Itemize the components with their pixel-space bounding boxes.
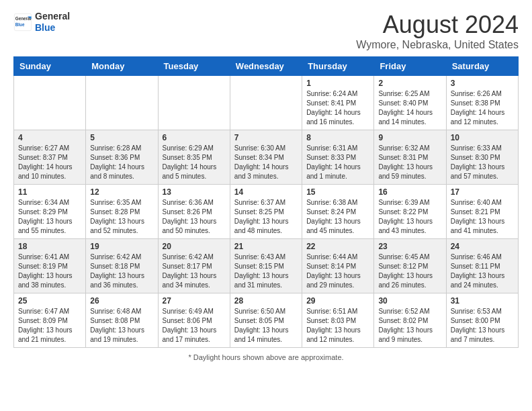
calendar-day-header: Tuesday [158,57,230,76]
day-info: Sunrise: 6:52 AM Sunset: 8:02 PM Dayligh… [378,307,441,345]
svg-text:Blue: Blue [15,21,25,26]
day-info: Sunrise: 6:50 AM Sunset: 8:05 PM Dayligh… [234,307,298,345]
day-info: Sunrise: 6:45 AM Sunset: 8:12 PM Dayligh… [378,253,441,290]
day-number: 2 [378,79,441,88]
calendar-day-header: Monday [86,57,158,76]
day-info: Sunrise: 6:51 AM Sunset: 8:03 PM Dayligh… [306,307,369,345]
calendar-cell: 17Sunrise: 6:40 AM Sunset: 8:21 PM Dayli… [446,185,518,239]
day-number: 17 [451,187,514,197]
day-number: 1 [306,79,369,88]
day-number: 6 [163,133,226,142]
day-info: Sunrise: 6:43 AM Sunset: 8:15 PM Dayligh… [234,253,298,290]
calendar-week-row: 18Sunrise: 6:41 AM Sunset: 8:19 PM Dayli… [14,239,519,293]
day-info: Sunrise: 6:25 AM Sunset: 8:40 PM Dayligh… [378,89,441,127]
day-info: Sunrise: 6:49 AM Sunset: 8:06 PM Dayligh… [163,307,226,345]
calendar-cell: 15Sunrise: 6:38 AM Sunset: 8:24 PM Dayli… [302,185,374,239]
day-info: Sunrise: 6:41 AM Sunset: 8:19 PM Dayligh… [18,253,81,290]
logo-general-text: General [35,11,70,22]
day-number: 27 [163,296,226,306]
calendar-week-row: 1Sunrise: 6:24 AM Sunset: 8:41 PM Daylig… [14,76,519,130]
day-info: Sunrise: 6:48 AM Sunset: 8:08 PM Dayligh… [90,307,153,345]
calendar-cell: 29Sunrise: 6:51 AM Sunset: 8:03 PM Dayli… [302,293,374,348]
calendar-day-header: Saturday [446,57,518,76]
day-number: 11 [18,187,81,197]
calendar-cell: 6Sunrise: 6:29 AM Sunset: 8:35 PM Daylig… [158,130,230,185]
calendar-week-row: 11Sunrise: 6:34 AM Sunset: 8:29 PM Dayli… [14,185,519,239]
calendar-cell: 23Sunrise: 6:45 AM Sunset: 8:12 PM Dayli… [374,239,446,293]
day-info: Sunrise: 6:35 AM Sunset: 8:28 PM Dayligh… [90,198,153,236]
calendar-cell: 5Sunrise: 6:28 AM Sunset: 8:36 PM Daylig… [86,130,158,185]
calendar-cell [86,76,158,130]
calendar-cell: 9Sunrise: 6:32 AM Sunset: 8:31 PM Daylig… [374,130,446,185]
day-info: Sunrise: 6:38 AM Sunset: 8:24 PM Dayligh… [306,198,369,236]
day-number: 5 [90,133,153,142]
calendar-day-header: Thursday [302,57,374,76]
calendar-cell: 16Sunrise: 6:39 AM Sunset: 8:22 PM Dayli… [374,185,446,239]
calendar-week-row: 25Sunrise: 6:47 AM Sunset: 8:09 PM Dayli… [14,293,519,348]
calendar-cell: 24Sunrise: 6:46 AM Sunset: 8:11 PM Dayli… [446,239,518,293]
calendar-cell: 25Sunrise: 6:47 AM Sunset: 8:09 PM Dayli… [14,293,86,348]
calendar-cell: 8Sunrise: 6:31 AM Sunset: 8:33 PM Daylig… [302,130,374,185]
day-number: 25 [18,296,81,306]
day-info: Sunrise: 6:42 AM Sunset: 8:17 PM Dayligh… [163,253,226,290]
calendar-cell: 20Sunrise: 6:42 AM Sunset: 8:17 PM Dayli… [158,239,230,293]
day-number: 14 [234,187,298,197]
day-number: 26 [90,296,153,306]
day-number: 3 [451,79,514,88]
calendar-table: SundayMondayTuesdayWednesdayThursdayFrid… [13,56,519,348]
logo: General Blue General Blue [13,11,70,34]
day-number: 7 [234,133,298,142]
calendar-cell [14,76,86,130]
day-info: Sunrise: 6:37 AM Sunset: 8:25 PM Dayligh… [234,198,298,236]
day-number: 23 [378,242,441,251]
day-info: Sunrise: 6:30 AM Sunset: 8:34 PM Dayligh… [234,144,298,181]
day-info: Sunrise: 6:40 AM Sunset: 8:21 PM Dayligh… [451,198,514,236]
day-number: 28 [234,296,298,306]
day-number: 8 [306,133,369,142]
day-info: Sunrise: 6:46 AM Sunset: 8:11 PM Dayligh… [451,253,514,290]
day-number: 30 [378,296,441,306]
day-number: 10 [451,133,514,142]
day-info: Sunrise: 6:34 AM Sunset: 8:29 PM Dayligh… [18,198,81,236]
calendar-cell: 12Sunrise: 6:35 AM Sunset: 8:28 PM Dayli… [86,185,158,239]
day-info: Sunrise: 6:29 AM Sunset: 8:35 PM Dayligh… [163,144,226,181]
day-number: 22 [306,242,369,251]
day-number: 24 [451,242,514,251]
day-info: Sunrise: 6:28 AM Sunset: 8:36 PM Dayligh… [90,144,153,181]
day-info: Sunrise: 6:24 AM Sunset: 8:41 PM Dayligh… [306,89,369,127]
day-info: Sunrise: 6:26 AM Sunset: 8:38 PM Dayligh… [451,89,514,127]
day-info: Sunrise: 6:42 AM Sunset: 8:18 PM Dayligh… [90,253,153,290]
calendar-cell: 22Sunrise: 6:44 AM Sunset: 8:14 PM Dayli… [302,239,374,293]
calendar-cell: 31Sunrise: 6:53 AM Sunset: 8:00 PM Dayli… [446,293,518,348]
day-info: Sunrise: 6:32 AM Sunset: 8:31 PM Dayligh… [378,144,441,181]
day-info: Sunrise: 6:39 AM Sunset: 8:22 PM Dayligh… [378,198,441,236]
day-number: 18 [18,242,81,251]
calendar-cell: 7Sunrise: 6:30 AM Sunset: 8:34 PM Daylig… [230,130,302,185]
footer-note: * Daylight hours shown above are approxi… [13,353,519,361]
calendar-day-header: Friday [374,57,446,76]
day-number: 4 [18,133,81,142]
title-area: August 2024 Wymore, Nebraska, United Sta… [356,11,519,51]
calendar-cell: 10Sunrise: 6:33 AM Sunset: 8:30 PM Dayli… [446,130,518,185]
calendar-cell: 30Sunrise: 6:52 AM Sunset: 8:02 PM Dayli… [374,293,446,348]
footer-note-text: Daylight hours [193,353,240,361]
day-info: Sunrise: 6:53 AM Sunset: 8:00 PM Dayligh… [451,307,514,345]
calendar-header-row: SundayMondayTuesdayWednesdayThursdayFrid… [14,57,519,76]
day-info: Sunrise: 6:36 AM Sunset: 8:26 PM Dayligh… [163,198,226,236]
calendar-cell: 1Sunrise: 6:24 AM Sunset: 8:41 PM Daylig… [302,76,374,130]
calendar-week-row: 4Sunrise: 6:27 AM Sunset: 8:37 PM Daylig… [14,130,519,185]
calendar-cell: 11Sunrise: 6:34 AM Sunset: 8:29 PM Dayli… [14,185,86,239]
calendar-cell: 2Sunrise: 6:25 AM Sunset: 8:40 PM Daylig… [374,76,446,130]
calendar-cell: 4Sunrise: 6:27 AM Sunset: 8:37 PM Daylig… [14,130,86,185]
main-title: August 2024 [356,11,519,39]
day-number: 19 [90,242,153,251]
calendar-cell [230,76,302,130]
calendar-day-header: Wednesday [230,57,302,76]
calendar-cell: 18Sunrise: 6:41 AM Sunset: 8:19 PM Dayli… [14,239,86,293]
day-number: 15 [306,187,369,197]
calendar-cell: 19Sunrise: 6:42 AM Sunset: 8:18 PM Dayli… [86,239,158,293]
logo-blue-text: Blue [35,22,70,34]
day-number: 20 [163,242,226,251]
calendar-cell: 26Sunrise: 6:48 AM Sunset: 8:08 PM Dayli… [86,293,158,348]
day-info: Sunrise: 6:33 AM Sunset: 8:30 PM Dayligh… [451,144,514,181]
